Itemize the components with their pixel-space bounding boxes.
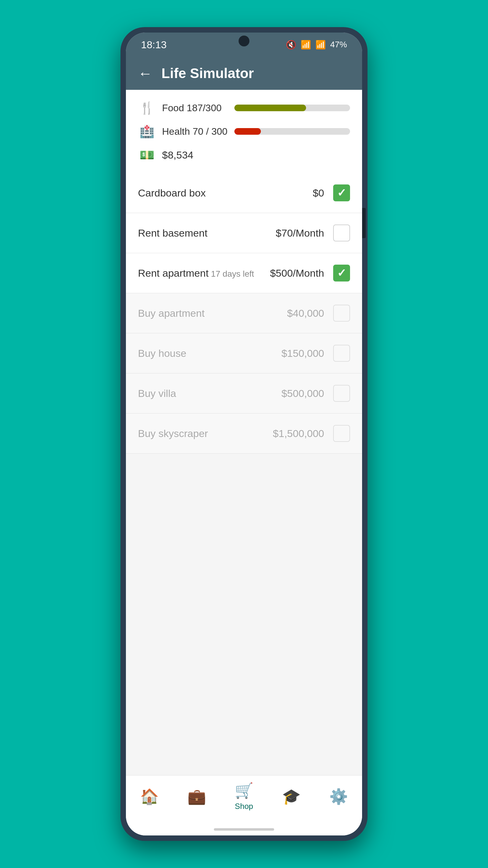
- shop-list: Cardboard box $0 Rent basement $70/Month…: [126, 173, 362, 775]
- shop-item-name-buy-villa: Buy villa: [138, 388, 281, 399]
- food-icon: 🍴: [138, 99, 156, 117]
- health-bar-container: [234, 128, 350, 135]
- home-indicator-bar: [214, 828, 274, 831]
- shop-item-name-rent-basement: Rent basement: [138, 227, 275, 239]
- shop-label: Shop: [235, 802, 253, 811]
- nav-shop[interactable]: 🛒 Shop: [229, 782, 259, 811]
- shop-item-price-buy-apartment: $40,000: [287, 307, 324, 319]
- shop-item-name-cardboard-box: Cardboard box: [138, 187, 313, 199]
- money-amount: $8,534: [162, 149, 193, 161]
- wifi-icon: 📶: [301, 40, 311, 50]
- shop-item-rent-apartment[interactable]: Rent apartment 17 days left $500/Month: [126, 253, 362, 293]
- shop-item-price-buy-skyscraper: $1,500,000: [273, 428, 324, 439]
- shop-item-name-buy-skyscraper: Buy skyscraper: [138, 428, 273, 439]
- bottom-nav: 🏠 💼 🛒 Shop 🎓 ⚙️: [126, 775, 362, 824]
- checkbox-buy-skyscraper: [333, 425, 350, 442]
- checkbox-cardboard-box[interactable]: [333, 184, 350, 201]
- food-label: Food 187/300: [162, 102, 228, 114]
- work-icon: 💼: [187, 788, 206, 805]
- phone-screen: 18:13 🔇 📶 📶 47% ← Life Simulator 🍴 Food …: [126, 33, 362, 835]
- shop-item-name-buy-apartment: Buy apartment: [138, 307, 287, 319]
- shop-item-buy-skyscraper: Buy skyscraper $1,500,000: [126, 413, 362, 454]
- settings-icon: ⚙️: [329, 788, 348, 805]
- app-title: Life Simulator: [161, 65, 254, 82]
- app-header: ← Life Simulator: [126, 57, 362, 90]
- money-row: 💵 $8,534: [138, 146, 350, 164]
- camera-notch: [238, 36, 250, 46]
- checkbox-buy-villa: [333, 385, 350, 402]
- shop-item-cardboard-box[interactable]: Cardboard box $0: [126, 173, 362, 213]
- shop-item-price-cardboard-box: $0: [313, 187, 324, 199]
- signal-icon: 📶: [315, 40, 326, 50]
- shop-item-price-rent-basement: $70/Month: [275, 227, 324, 239]
- nav-education[interactable]: 🎓: [276, 788, 306, 805]
- stats-card: 🍴 Food 187/300 🏥 Health 70 / 300 💵 $8,53…: [126, 90, 362, 173]
- phone-frame: 18:13 🔇 📶 📶 47% ← Life Simulator 🍴 Food …: [121, 27, 367, 841]
- nav-home[interactable]: 🏠: [134, 788, 164, 805]
- checkbox-rent-apartment[interactable]: [333, 265, 350, 281]
- shop-item-buy-house: Buy house $150,000: [126, 333, 362, 373]
- shop-item-rent-basement[interactable]: Rent basement $70/Month: [126, 213, 362, 253]
- battery-label: 47%: [330, 40, 347, 50]
- home-indicator: [126, 824, 362, 835]
- food-stat-row: 🍴 Food 187/300: [138, 99, 350, 117]
- back-button[interactable]: ←: [138, 65, 153, 82]
- mute-icon: 🔇: [286, 40, 296, 50]
- money-icon: 💵: [138, 146, 156, 164]
- health-bar-fill: [234, 128, 261, 135]
- health-icon: 🏥: [138, 122, 156, 141]
- checkbox-rent-basement[interactable]: [333, 224, 350, 241]
- shop-item-buy-apartment: Buy apartment $40,000: [126, 293, 362, 333]
- health-label: Health 70 / 300: [162, 126, 228, 137]
- nav-settings[interactable]: ⚙️: [324, 788, 354, 805]
- checkbox-buy-apartment: [333, 305, 350, 321]
- status-icons: 🔇 📶 📶 47%: [286, 40, 347, 50]
- shop-item-name-buy-house: Buy house: [138, 347, 281, 359]
- shop-item-buy-villa: Buy villa $500,000: [126, 373, 362, 413]
- shop-item-price-buy-villa: $500,000: [281, 388, 324, 399]
- home-icon: 🏠: [140, 788, 159, 805]
- health-stat-row: 🏥 Health 70 / 300: [138, 122, 350, 141]
- shop-item-price-rent-apartment: $500/Month: [270, 267, 324, 279]
- food-bar-container: [234, 104, 350, 111]
- shop-icon: 🛒: [235, 782, 253, 799]
- nav-work[interactable]: 💼: [182, 788, 212, 805]
- shop-item-price-buy-house: $150,000: [281, 347, 324, 359]
- shop-item-name-rent-apartment: Rent apartment 17 days left: [138, 267, 270, 279]
- education-icon: 🎓: [282, 788, 301, 805]
- food-bar-fill: [234, 104, 306, 111]
- checkbox-buy-house: [333, 345, 350, 362]
- side-button: [362, 208, 366, 238]
- status-time: 18:13: [141, 39, 167, 51]
